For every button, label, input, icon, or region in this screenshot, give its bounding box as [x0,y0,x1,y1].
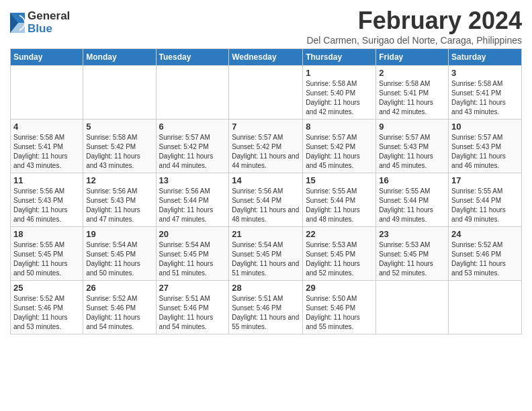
calendar-cell [11,66,83,120]
calendar-cell: 24Sunrise: 5:52 AMSunset: 5:46 PMDayligh… [449,227,522,281]
day-number: 2 [379,68,445,78]
calendar-week-row: 25Sunrise: 5:52 AMSunset: 5:46 PMDayligh… [11,281,522,334]
day-sun-info: Sunrise: 5:55 AMSunset: 5:45 PMDaylight:… [13,240,80,278]
day-sun-info: Sunrise: 5:58 AMSunset: 5:41 PMDaylight:… [451,79,519,117]
day-header-wednesday: Wednesday [229,49,303,66]
day-sun-info: Sunrise: 5:58 AMSunset: 5:41 PMDaylight:… [13,133,80,171]
day-number: 8 [306,122,373,132]
calendar-cell [229,66,303,120]
calendar-cell: 8Sunrise: 5:57 AMSunset: 5:42 PMDaylight… [303,120,376,173]
day-sun-info: Sunrise: 5:57 AMSunset: 5:42 PMDaylight:… [306,133,373,171]
calendar-cell: 6Sunrise: 5:57 AMSunset: 5:42 PMDaylight… [156,120,229,173]
day-number: 11 [13,175,80,185]
calendar-cell: 20Sunrise: 5:54 AMSunset: 5:45 PMDayligh… [156,227,229,281]
calendar-cell: 26Sunrise: 5:52 AMSunset: 5:46 PMDayligh… [83,281,156,334]
calendar-cell: 1Sunrise: 5:58 AMSunset: 5:40 PMDaylight… [303,66,376,120]
day-sun-info: Sunrise: 5:54 AMSunset: 5:45 PMDaylight:… [159,240,226,278]
calendar-week-row: 11Sunrise: 5:56 AMSunset: 5:43 PMDayligh… [11,173,522,227]
calendar-week-row: 4Sunrise: 5:58 AMSunset: 5:41 PMDaylight… [11,120,522,173]
day-number: 6 [159,122,226,132]
calendar-cell: 18Sunrise: 5:55 AMSunset: 5:45 PMDayligh… [11,227,83,281]
day-number: 24 [451,229,519,239]
day-number: 4 [13,122,80,132]
day-sun-info: Sunrise: 5:52 AMSunset: 5:46 PMDaylight:… [86,294,152,332]
day-sun-info: Sunrise: 5:51 AMSunset: 5:46 PMDaylight:… [159,294,226,332]
calendar-cell: 13Sunrise: 5:56 AMSunset: 5:44 PMDayligh… [156,173,229,227]
day-sun-info: Sunrise: 5:57 AMSunset: 5:43 PMDaylight:… [451,133,519,171]
day-sun-info: Sunrise: 5:56 AMSunset: 5:43 PMDaylight:… [13,187,80,224]
day-sun-info: Sunrise: 5:55 AMSunset: 5:44 PMDaylight:… [379,187,445,224]
calendar-cell: 19Sunrise: 5:54 AMSunset: 5:45 PMDayligh… [83,227,156,281]
day-header-thursday: Thursday [303,49,376,66]
day-header-friday: Friday [376,49,449,66]
day-number: 22 [306,229,373,239]
calendar-cell: 14Sunrise: 5:56 AMSunset: 5:44 PMDayligh… [229,173,303,227]
day-number: 1 [306,68,373,78]
day-sun-info: Sunrise: 5:58 AMSunset: 5:40 PMDaylight:… [306,79,373,117]
month-title: February 2024 [306,7,522,35]
day-number: 20 [159,229,226,239]
logo: General Blue [10,7,70,35]
day-number: 3 [451,68,519,78]
day-sun-info: Sunrise: 5:53 AMSunset: 5:45 PMDaylight:… [306,240,373,278]
day-sun-info: Sunrise: 5:52 AMSunset: 5:46 PMDaylight:… [451,240,519,278]
location-title: Del Carmen, Surigao del Norte, Caraga, P… [306,35,522,46]
calendar-cell [83,66,156,120]
logo-icon [10,13,25,33]
day-sun-info: Sunrise: 5:56 AMSunset: 5:44 PMDaylight:… [232,187,300,224]
calendar-cell: 7Sunrise: 5:57 AMSunset: 5:42 PMDaylight… [229,120,303,173]
day-number: 9 [379,122,445,132]
calendar-cell: 21Sunrise: 5:54 AMSunset: 5:45 PMDayligh… [229,227,303,281]
calendar-cell: 28Sunrise: 5:51 AMSunset: 5:46 PMDayligh… [229,281,303,334]
calendar-cell: 4Sunrise: 5:58 AMSunset: 5:41 PMDaylight… [11,120,83,173]
calendar-week-row: 1Sunrise: 5:58 AMSunset: 5:40 PMDaylight… [11,66,522,120]
calendar-cell: 9Sunrise: 5:57 AMSunset: 5:43 PMDaylight… [376,120,449,173]
day-number: 26 [86,283,152,293]
day-number: 15 [306,175,373,185]
day-number: 19 [86,229,152,239]
day-sun-info: Sunrise: 5:50 AMSunset: 5:46 PMDaylight:… [306,294,373,332]
calendar-cell: 2Sunrise: 5:58 AMSunset: 5:41 PMDaylight… [376,66,449,120]
logo-blue: Blue [28,23,70,36]
calendar-cell: 3Sunrise: 5:58 AMSunset: 5:41 PMDaylight… [449,66,522,120]
day-sun-info: Sunrise: 5:51 AMSunset: 5:46 PMDaylight:… [232,294,300,332]
day-sun-info: Sunrise: 5:58 AMSunset: 5:41 PMDaylight:… [379,79,445,117]
calendar-cell: 17Sunrise: 5:55 AMSunset: 5:44 PMDayligh… [449,173,522,227]
calendar-cell: 27Sunrise: 5:51 AMSunset: 5:46 PMDayligh… [156,281,229,334]
calendar-cell: 12Sunrise: 5:56 AMSunset: 5:43 PMDayligh… [83,173,156,227]
calendar-cell: 23Sunrise: 5:53 AMSunset: 5:45 PMDayligh… [376,227,449,281]
day-number: 21 [232,229,300,239]
day-sun-info: Sunrise: 5:54 AMSunset: 5:45 PMDaylight:… [86,240,152,278]
day-sun-info: Sunrise: 5:55 AMSunset: 5:44 PMDaylight:… [451,187,519,224]
day-number: 16 [379,175,445,185]
title-area: February 2024 Del Carmen, Surigao del No… [306,7,522,46]
calendar-cell: 29Sunrise: 5:50 AMSunset: 5:46 PMDayligh… [303,281,376,334]
day-sun-info: Sunrise: 5:54 AMSunset: 5:45 PMDaylight:… [232,240,300,278]
calendar-cell: 25Sunrise: 5:52 AMSunset: 5:46 PMDayligh… [11,281,83,334]
day-number: 14 [232,175,300,185]
day-number: 28 [232,283,300,293]
calendar-cell: 16Sunrise: 5:55 AMSunset: 5:44 PMDayligh… [376,173,449,227]
day-sun-info: Sunrise: 5:56 AMSunset: 5:43 PMDaylight:… [86,187,152,224]
day-number: 5 [86,122,152,132]
day-header-sunday: Sunday [11,49,83,66]
calendar-cell [449,281,522,334]
day-number: 29 [306,283,373,293]
day-sun-info: Sunrise: 5:57 AMSunset: 5:42 PMDaylight:… [232,133,300,171]
calendar-header-row: SundayMondayTuesdayWednesdayThursdayFrid… [11,49,522,66]
day-number: 13 [159,175,226,185]
day-number: 10 [451,122,519,132]
calendar-cell [156,66,229,120]
day-number: 25 [13,283,80,293]
day-sun-info: Sunrise: 5:57 AMSunset: 5:42 PMDaylight:… [159,133,226,171]
day-number: 27 [159,283,226,293]
day-sun-info: Sunrise: 5:58 AMSunset: 5:42 PMDaylight:… [86,133,152,171]
calendar-cell: 10Sunrise: 5:57 AMSunset: 5:43 PMDayligh… [449,120,522,173]
calendar-week-row: 18Sunrise: 5:55 AMSunset: 5:45 PMDayligh… [11,227,522,281]
day-number: 12 [86,175,152,185]
day-header-saturday: Saturday [449,49,522,66]
day-header-tuesday: Tuesday [156,49,229,66]
day-sun-info: Sunrise: 5:52 AMSunset: 5:46 PMDaylight:… [13,294,80,332]
calendar-cell: 11Sunrise: 5:56 AMSunset: 5:43 PMDayligh… [11,173,83,227]
day-sun-info: Sunrise: 5:53 AMSunset: 5:45 PMDaylight:… [379,240,445,278]
